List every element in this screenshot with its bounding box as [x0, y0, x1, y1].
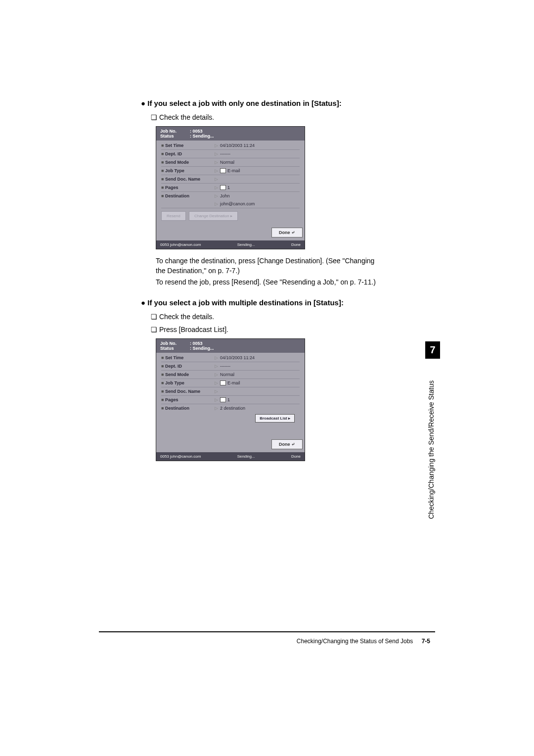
row-settime-label: Set Time: [165, 143, 215, 148]
row-dest-label: Destination: [165, 193, 215, 198]
envelope-icon: [220, 380, 226, 385]
status-label-2: Status: [160, 346, 190, 351]
change-destination-button[interactable]: Change Destination ▸: [189, 211, 238, 221]
row-jobtype-label: Job Type: [165, 168, 215, 173]
row-sendmode-label: Send Mode: [165, 160, 215, 165]
chapter-number: 7: [425, 341, 440, 359]
done-label-2: Done: [279, 442, 290, 447]
row-dept-label: Dept. ID: [165, 151, 215, 156]
section1-check: Check the details.: [151, 113, 383, 121]
row-docname-label: Send Doc. Name: [165, 177, 215, 182]
section2-check1: Check the details.: [151, 313, 383, 321]
row2-pages-label: Pages: [165, 397, 215, 402]
footer-right-2: Done: [291, 454, 301, 459]
done-button[interactable]: Done ⤶: [271, 228, 303, 237]
chapter-title: Checking/Changing the Send/Receive Statu…: [425, 359, 437, 525]
para-change-dest: To change the destination, press [Change…: [156, 256, 383, 276]
footer-left: 0053 john@canon.com: [160, 242, 201, 247]
section2-heading: If you select a job with multiple destin…: [141, 298, 383, 307]
resend-button[interactable]: Resend: [161, 211, 186, 221]
footer-mid-2: Sending...: [237, 454, 255, 459]
para-resend: To resend the job, press [Resend]. (See …: [156, 278, 383, 287]
shot-body: ■Set Time▷04/10/2003 11:24 ■Dept. ID▷---…: [156, 141, 305, 225]
jobno-label-2: Job No.: [160, 341, 190, 346]
row-dept-value: -------: [220, 151, 300, 156]
footer-right: Done: [291, 242, 301, 247]
row-dest-name: John: [220, 193, 300, 198]
row-pages-value: 1: [227, 185, 300, 190]
row2-settime-value: 04/10/2003 11:24: [220, 355, 300, 360]
screenshot-single-destination: Job No.: 0053 Status: Sending... ■Set Ti…: [156, 126, 305, 249]
section1-heading: If you select a job with only one destin…: [141, 99, 383, 107]
row-jobtype-value: E-mail: [227, 168, 300, 173]
row2-settime-label: Set Time: [165, 355, 215, 360]
footer-title: Checking/Changing the Status of Send Job…: [297, 638, 413, 645]
broadcast-list-label: Broadcast List: [260, 416, 287, 421]
footer-mid: Sending...: [237, 242, 255, 247]
status-value: : Sending...: [190, 134, 214, 139]
row-sendmode-value: Normal: [220, 160, 300, 165]
broadcast-list-button[interactable]: Broadcast List ▸: [255, 414, 295, 423]
row2-jobtype-value: E-mail: [227, 380, 300, 385]
shot-header-2: Job No.: 0053 Status: Sending...: [156, 339, 305, 353]
jobno-value-2: : 0053: [190, 341, 203, 346]
side-tab: 7 Checking/Changing the Send/Receive Sta…: [425, 341, 440, 525]
jobno-label: Job No.: [160, 129, 190, 134]
row-pages-label: Pages: [165, 185, 215, 190]
footer-rule: [99, 631, 435, 632]
row2-jobtype-label: Job Type: [165, 380, 215, 385]
status-label: Status: [160, 134, 190, 139]
page-icon: [220, 185, 226, 190]
status-value-2: : Sending...: [190, 346, 214, 351]
envelope-icon: [220, 168, 226, 173]
row-dest-addr: john@canon.com: [220, 201, 300, 206]
page-number: 7-5: [422, 638, 430, 645]
shot-header: Job No.: 0053 Status: Sending...: [156, 127, 305, 141]
jobno-value: : 0053: [190, 129, 203, 134]
row-settime-value: 04/10/2003 11:24: [220, 143, 300, 148]
page-footer: Checking/Changing the Status of Send Job…: [297, 638, 430, 645]
row2-sendmode-label: Send Mode: [165, 372, 215, 377]
row2-pages-value: 1: [227, 397, 300, 402]
row2-dest-value: 2 destination: [220, 406, 300, 411]
row2-dept-label: Dept. ID: [165, 364, 215, 369]
row2-dept-value: -------: [220, 364, 300, 369]
done-label: Done: [279, 230, 290, 235]
change-destination-label: Change Destination: [194, 214, 229, 218]
screenshot-multi-destination: Job No.: 0053 Status: Sending... ■Set Ti…: [156, 338, 305, 461]
section2-check2: Press [Broadcast List].: [151, 326, 383, 333]
shot-body-2: ■Set Time▷04/10/2003 11:24 ■Dept. ID▷---…: [156, 353, 305, 436]
footer-left-2: 0053 john@canon.com: [160, 454, 201, 459]
row2-sendmode-value: Normal: [220, 372, 300, 377]
done-button-2[interactable]: Done ⤶: [271, 439, 303, 449]
row2-dest-label: Destination: [165, 406, 215, 411]
page-icon: [220, 397, 226, 402]
row2-docname-label: Send Doc. Name: [165, 389, 215, 394]
